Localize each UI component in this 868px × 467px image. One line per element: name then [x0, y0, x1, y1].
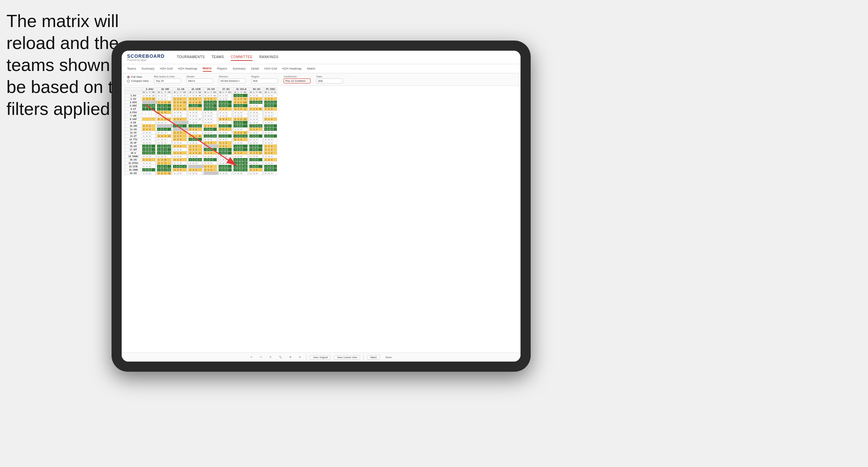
matrix-cell-t: 0 [179, 172, 182, 175]
matrix-cell-l: 2 [146, 172, 148, 175]
matrix-cell-dif [151, 128, 155, 131]
matrix-cell-w: 0 [142, 155, 146, 158]
matrix-cell-dif [167, 155, 171, 158]
row-label-cell: 14. TTU [125, 138, 142, 141]
nav-tournaments[interactable]: TOURNAMENTS [177, 54, 205, 61]
matrix-cell-dif [182, 151, 187, 155]
division-select[interactable]: NCAA Division I NCAA Division II [219, 78, 246, 83]
matrix-cell-t: 0 [179, 111, 182, 114]
matrix-cell-w [142, 107, 146, 111]
matrix-cell-l: 1 [176, 104, 179, 107]
matrix-cell-dif: 11 [167, 151, 171, 155]
watch-btn[interactable]: Watch [367, 355, 380, 360]
matrix-cell-dif: 40 [258, 107, 262, 111]
subnav-h2h-heatmap2[interactable]: H2H Heatmap [282, 66, 302, 71]
matrix-cell-w: 0 [249, 124, 252, 128]
zoom-out-btn[interactable]: 🔍 [277, 355, 284, 359]
subnav-h2h-grid[interactable]: H2H Grid [160, 66, 173, 71]
tablet-device: SCOREBOARD Powered by clippd TOURNAMENTS… [112, 41, 531, 372]
matrix-cell-t: 0 [225, 134, 227, 138]
matrix-cell-l: 0 [176, 155, 179, 158]
max-teams-select[interactable]: Top 25 Top 10 Top 50 [154, 78, 181, 83]
subnav-matrix[interactable]: Matrix [203, 66, 212, 72]
matrix-cell-self [157, 124, 173, 128]
matrix-cell-l: 0 [161, 148, 163, 151]
content-area[interactable]: 3. ASU 10. UW 11. UA 22. UCB 24. UO 27. … [122, 86, 521, 352]
matrix-cell-w: 0 [142, 172, 146, 175]
matrix-cell-t [148, 111, 151, 114]
matrix-cell-dif [228, 141, 232, 145]
matrix-cell-dif [273, 162, 277, 165]
subnav-matrix2[interactable]: Matrix [307, 66, 315, 71]
matrix-cell-l: 1 [252, 168, 255, 172]
row-label-cell: 13. UT [125, 134, 142, 138]
matrix-cell-t: 0 [163, 111, 167, 114]
subnav-detail[interactable]: Detail [251, 66, 259, 71]
matrix-cell-dif: 27 [182, 94, 187, 97]
subnav-summary[interactable]: Summary [142, 66, 155, 71]
logo-area: SCOREBOARD Powered by clippd [127, 53, 165, 61]
subnav-summary2[interactable]: Summary [233, 66, 246, 71]
zoom-in-btn[interactable]: ⊕ [287, 355, 293, 359]
matrix-cell-l: 1 [146, 145, 148, 148]
col-header-uo: 24. UO [203, 88, 218, 91]
matrix-cell-t: 0 [225, 111, 227, 114]
conference-select[interactable]: Pac-12 Conference (All) ACC Big Ten SEC [284, 78, 311, 83]
compact-view-radio[interactable]: Compact View [127, 79, 148, 82]
matrix-cell-t: 0 [225, 165, 227, 168]
matrix-cell-l: 0 [192, 172, 195, 175]
matrix-cell-dif [273, 97, 277, 101]
matrix-cell-l [146, 111, 148, 114]
matrix-cell-l: 0 [252, 141, 255, 145]
matrix-cell-t: 0 [210, 111, 213, 114]
matrix-cell-t: 0 [210, 141, 213, 145]
nav-committee[interactable]: COMMITTEE [231, 54, 253, 61]
matrix-cell-t: 0 [195, 97, 198, 101]
region-select[interactable]: N/A East West [251, 78, 278, 83]
matrix-cell-t: 0 [163, 97, 167, 101]
matrix-cell-w: 0 [249, 138, 252, 141]
matrix-cell-dif [182, 134, 187, 138]
matrix-cell-w: 0 [157, 141, 161, 145]
matrix-cell-l: 0 [192, 121, 195, 124]
subnav-h2h-grid2[interactable]: H2H Grid [264, 66, 277, 71]
subnav-players[interactable]: Players [217, 66, 227, 71]
redo-btn[interactable]: ↪ [258, 355, 264, 359]
undo-btn[interactable]: ↩ [248, 355, 255, 359]
nav-rankings[interactable]: RANKINGS [259, 54, 278, 61]
gender-select[interactable]: Men's Women's [186, 78, 213, 83]
team-select[interactable]: (All) [316, 78, 343, 83]
matrix-cell-t: 0 [270, 158, 273, 162]
matrix-cell-l: 4 [222, 128, 225, 131]
share-btn[interactable]: Share [383, 355, 394, 359]
reset-btn[interactable]: ⊙ [297, 355, 303, 359]
matrix-cell-t: 0 [270, 172, 273, 175]
top-navigation: SCOREBOARD Powered by clippd TOURNAMENTS… [122, 51, 521, 64]
matrix-cell-t: 0 [148, 134, 151, 138]
matrix-cell-t: 0 [195, 114, 198, 118]
table-row: 16. UO21010014020110000110110020 [125, 145, 277, 148]
matrix-cell-l: 1 [192, 151, 195, 155]
matrix-cell-w: 1 [249, 165, 252, 168]
matrix-cell-l: 0 [161, 168, 163, 172]
matrix-cell-dif [273, 158, 277, 162]
save-custom-btn[interactable]: Save Custom View [334, 355, 360, 360]
full-view-radio[interactable]: Full View [127, 75, 148, 78]
matrix-cell-w: 4 [219, 124, 222, 128]
matrix-cell-t: 0 [148, 124, 151, 128]
matrix-cell-l: 1 [222, 124, 225, 128]
matrix-cell-l: 3 [161, 165, 163, 168]
matrix-cell-l: 0 [207, 148, 210, 151]
view-original-btn[interactable]: View: Original [310, 355, 331, 360]
matrix-cell-l: 2 [176, 97, 179, 101]
matrix-cell-dif [151, 121, 155, 124]
refresh-btn[interactable]: ↺ [267, 355, 273, 359]
nav-teams[interactable]: TEAMS [212, 54, 224, 61]
matrix-cell-t: 0 [163, 104, 167, 107]
col-header-uu: 54. UU [249, 88, 264, 91]
subnav-teams[interactable]: Teams [127, 66, 136, 71]
row-label-cell: 17. GIT [125, 148, 142, 151]
matrix-cell-w: 0 [173, 162, 176, 165]
subnav-h2h-heatmap[interactable]: H2H Heatmap [178, 66, 197, 71]
matrix-cell-dif [243, 145, 247, 148]
